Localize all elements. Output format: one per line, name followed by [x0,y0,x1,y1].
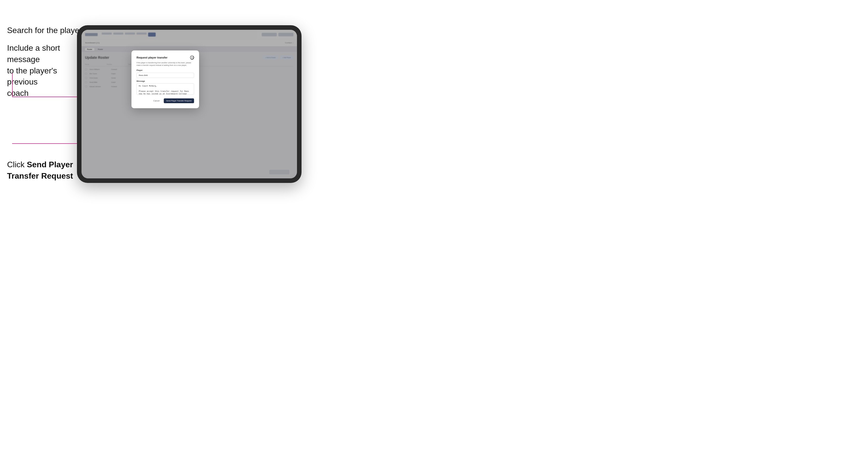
arrow-line-vertical-1 [12,73,12,97]
tablet-device: Scoreboard (11) Contact ↓ Roster Roster … [77,25,302,183]
player-field-label: Player [136,69,194,71]
modal-overlay: Request player transfer × If the player … [82,30,297,178]
message-textarea[interactable]: Hi Coach McHarg, Please accept this tran… [136,83,194,95]
tablet-screen: Scoreboard (11) Contact ↓ Roster Roster … [82,30,297,178]
annotation-message-text: Include a short messageto the player's p… [7,42,75,99]
annotation-click-text: Click Send PlayerTransfer Request [7,159,73,182]
modal-close-button[interactable]: × [190,56,194,60]
modal-footer: Cancel Send Player Transfer Request [136,98,194,103]
annotation-click-bold: Send PlayerTransfer Request [7,160,73,180]
modal-header: Request player transfer × [136,56,194,60]
cancel-button[interactable]: Cancel [151,99,162,103]
message-field-label: Message [136,80,194,82]
request-transfer-modal: Request player transfer × If the player … [131,51,199,108]
player-search-input[interactable] [136,73,194,78]
annotation-search-text: Search for the player. [7,25,84,36]
modal-title: Request player transfer [136,56,167,59]
modal-description: If the player is transferring from anoth… [136,62,194,67]
send-transfer-request-button[interactable]: Send Player Transfer Request [164,98,194,103]
